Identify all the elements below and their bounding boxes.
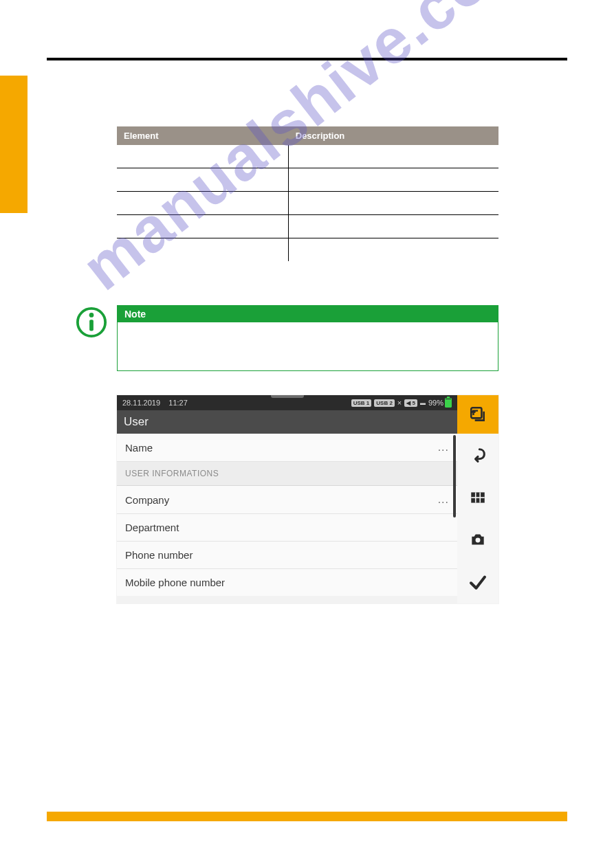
table-row: Company Company of the user bbox=[117, 168, 498, 192]
step: → Touch + to add a user. bbox=[117, 659, 498, 673]
section-intro: The following information can be specifi… bbox=[121, 107, 492, 118]
table-header-description: Description bbox=[289, 126, 498, 145]
procedure-heading: Creating a new user bbox=[117, 615, 498, 629]
close-x-icon: × bbox=[397, 399, 402, 407]
switch-icon bbox=[469, 405, 487, 423]
battery-pct: 99% bbox=[428, 399, 443, 407]
procedure-block: Creating a new user → In the Name field,… bbox=[117, 615, 498, 748]
device-title: User bbox=[117, 410, 457, 434]
paragraph: The following user information can addit… bbox=[117, 282, 498, 292]
step: → Enter the additional user information. bbox=[117, 726, 498, 739]
company-more-button[interactable]: ... bbox=[438, 493, 449, 506]
company-label: Company bbox=[125, 494, 169, 506]
svg-rect-2 bbox=[89, 320, 94, 331]
switch-user-button[interactable] bbox=[457, 395, 498, 434]
notch bbox=[271, 395, 304, 398]
phone-field[interactable]: Phone number bbox=[117, 542, 457, 569]
footer-bar bbox=[47, 812, 567, 821]
grid-icon bbox=[469, 489, 487, 507]
mobile-field[interactable]: Mobile phone number bbox=[117, 569, 457, 596]
battery-icon bbox=[445, 398, 452, 408]
user-info-section-header: USER INFORMATIONS bbox=[117, 462, 457, 486]
usb2-badge: USB 2 bbox=[374, 399, 395, 407]
elements-table: Element Description Name Name of the use… bbox=[117, 126, 498, 261]
back-button[interactable] bbox=[457, 434, 498, 476]
step: → In the Name field, touch the three dot… bbox=[117, 637, 498, 651]
scrollbar[interactable] bbox=[453, 435, 456, 518]
confirm-button[interactable] bbox=[457, 561, 498, 603]
note-box: Note You can use the password to protect… bbox=[117, 305, 498, 371]
status-time: 11:27 bbox=[168, 399, 188, 407]
note-title: Note bbox=[118, 306, 498, 322]
step: → Confirm by pressing ✔ . bbox=[117, 704, 498, 717]
volume-badge: ◀ 5 bbox=[404, 399, 417, 407]
table-row: Mobile User's mobile phone number bbox=[117, 238, 498, 262]
svg-point-1 bbox=[89, 313, 94, 318]
note-body: You can use the password to protect the … bbox=[118, 322, 498, 370]
department-label: Department bbox=[125, 522, 179, 533]
info-icon bbox=[76, 307, 107, 341]
phone-label: Phone number bbox=[125, 549, 193, 561]
table-row: Name Name of the user bbox=[117, 145, 498, 168]
department-field[interactable]: Department bbox=[117, 514, 457, 542]
name-more-button[interactable]: ... bbox=[438, 441, 449, 454]
device-screenshot: 28.11.2019 11:27 USB 1 USB 2 × ◀ 5 ▬ 99% bbox=[117, 395, 498, 603]
footer-text: BAUR GmbH · 827-071-8 · 12.2019 bbox=[448, 833, 567, 841]
table-header-element: Element bbox=[117, 126, 289, 145]
page-number: 30 bbox=[47, 831, 56, 841]
company-field[interactable]: Company ... bbox=[117, 486, 457, 514]
section-title: Creating, editing and deleting a user bbox=[121, 84, 359, 100]
usb1-badge: USB 1 bbox=[351, 399, 372, 407]
step: → Give the user a name using the keyboar… bbox=[117, 681, 498, 695]
running-header: Getting Started bbox=[47, 37, 111, 48]
name-label: Name bbox=[125, 442, 153, 454]
section-number: 4.5.2 bbox=[47, 84, 77, 100]
camera-icon bbox=[469, 531, 487, 548]
top-rule bbox=[47, 58, 567, 60]
mobile-label: Mobile phone number bbox=[125, 577, 225, 588]
grid-button[interactable] bbox=[457, 476, 498, 519]
side-tab bbox=[0, 76, 28, 213]
device-status-bar: 28.11.2019 11:27 USB 1 USB 2 × ◀ 5 ▬ 99% bbox=[117, 395, 457, 410]
check-icon bbox=[468, 572, 488, 592]
back-icon bbox=[468, 445, 487, 465]
svg-point-8 bbox=[476, 538, 481, 543]
name-field[interactable]: Name ... bbox=[117, 434, 457, 462]
camera-button[interactable] bbox=[457, 519, 498, 561]
table-row: Department Department of the user bbox=[117, 192, 498, 215]
table-row: Phone Number User's telephone number bbox=[117, 215, 498, 238]
status-date: 28.11.2019 bbox=[122, 399, 160, 407]
